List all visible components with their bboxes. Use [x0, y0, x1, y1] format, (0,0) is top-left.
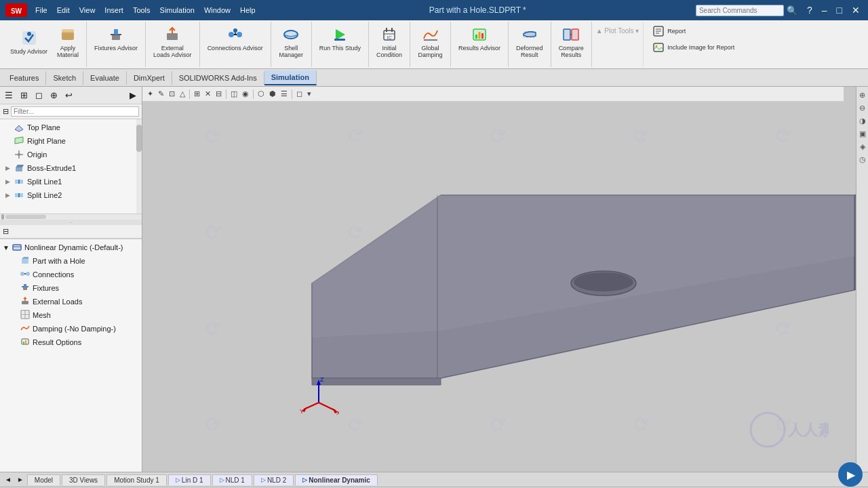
fixtures-advisor-btn[interactable]: Fixtures Advisor: [91, 23, 141, 54]
vp-box-btn[interactable]: ⊡: [167, 89, 177, 99]
rp-btn-1[interactable]: ⊕: [857, 89, 868, 100]
panel-btn-4[interactable]: ⊕: [46, 88, 61, 103]
initial-condition-btn[interactable]: IC InitialCondition: [373, 23, 406, 61]
rp-btn-4[interactable]: ▣: [857, 128, 868, 139]
rp-btn-2[interactable]: ⊖: [857, 102, 868, 113]
compare-results-btn[interactable]: CompareResults: [555, 23, 587, 61]
vp-minus-btn[interactable]: ⊟: [214, 89, 224, 99]
svg-marker-16: [336, 29, 345, 40]
vp-sketch-btn[interactable]: ✎: [156, 89, 166, 99]
tab-simulation[interactable]: Simulation: [264, 70, 317, 85]
plot-tools-label[interactable]: ▲ Plot Tools ▾: [596, 23, 639, 35]
menu-insert[interactable]: Insert: [100, 5, 127, 16]
tree-split-line2[interactable]: ▶ Split Line2: [0, 188, 142, 202]
sim-connections[interactable]: Connections: [0, 268, 142, 281]
external-btn[interactable]: ExternalLoads Advisor: [150, 23, 195, 61]
tree-boss-extrude1[interactable]: ▶ Boss-Extrude1: [0, 161, 142, 175]
tree-top-plane[interactable]: Top Plane: [0, 121, 142, 134]
panel-btn-2[interactable]: ⊞: [16, 88, 31, 103]
study-advisor-btn[interactable]: Study Advisor: [7, 26, 51, 58]
sim-result-options[interactable]: Result Options: [0, 336, 142, 349]
close-btn[interactable]: ✕: [848, 3, 864, 17]
panel-divider[interactable]: ···: [0, 220, 142, 225]
maximize-btn[interactable]: □: [833, 3, 846, 17]
shell-manager-btn[interactable]: ShellManager: [275, 23, 307, 61]
sim-root[interactable]: ▼ Nonlinear Dynamic (-Default-): [0, 241, 142, 254]
report-btn[interactable]: Report: [649, 23, 689, 39]
svg-point-10: [237, 32, 242, 37]
lin-d1-tab[interactable]: ▷ Lin D 1: [168, 474, 211, 485]
vp-hex1-btn[interactable]: ⬡: [256, 89, 267, 99]
tab-addins[interactable]: SOLIDWORKS Add-Ins: [172, 71, 264, 85]
results-advisor-btn[interactable]: Results Advisor: [455, 23, 504, 54]
menu-edit[interactable]: Edit: [53, 5, 74, 16]
connections-advisor-btn[interactable]: Connections Advisor: [204, 23, 267, 54]
vp-tri-btn[interactable]: △: [178, 89, 187, 99]
vp-circle-btn[interactable]: ◉: [240, 89, 251, 99]
menu-tools[interactable]: Tools: [129, 5, 155, 16]
panel-btn-3[interactable]: ◻: [31, 88, 46, 103]
filter-input[interactable]: [11, 106, 139, 117]
menu-file[interactable]: File: [31, 5, 52, 16]
menu-simulation[interactable]: Simulation: [156, 5, 199, 16]
h-scroll-bar[interactable]: [5, 215, 46, 219]
apply-material-btn[interactable]: ApplyMaterial: [54, 23, 82, 61]
sim-mesh[interactable]: Mesh: [0, 308, 142, 322]
tab-features[interactable]: Features: [3, 71, 46, 85]
vp-sep1: [189, 89, 190, 99]
svg-rect-27: [481, 33, 484, 39]
include-image-btn[interactable]: Include Image for Report: [649, 39, 738, 56]
search-input[interactable]: [696, 5, 784, 16]
tab-arrow-right[interactable]: ►: [15, 474, 26, 485]
damping-label: Damping (-No Damping-): [33, 325, 116, 333]
run-study-btn[interactable]: Run This Study: [316, 23, 364, 54]
3d-views-tab[interactable]: 3D Views: [62, 474, 105, 485]
vp-menu-btn[interactable]: ☰: [279, 89, 290, 99]
rp-btn-3[interactable]: ◑: [857, 115, 868, 126]
tree-right-plane[interactable]: Right Plane: [0, 134, 142, 148]
menu-help[interactable]: Help: [236, 5, 260, 16]
tab-arrow-left[interactable]: ◄: [3, 474, 14, 485]
nld2-tab[interactable]: ▷ NLD 2: [254, 474, 294, 485]
sim-part[interactable]: Part with a Hole: [0, 254, 142, 268]
vp-split-btn[interactable]: ◫: [229, 89, 239, 99]
tree-origin[interactable]: Origin: [0, 148, 142, 161]
minimize-btn[interactable]: –: [818, 3, 831, 17]
svg-rect-48: [22, 259, 28, 264]
help-btn[interactable]: ?: [803, 3, 816, 17]
tree-scrollbar[interactable]: [136, 119, 142, 214]
vp-rect-btn[interactable]: ◻: [294, 89, 304, 99]
vp-close-btn[interactable]: ✕: [203, 89, 213, 99]
vp-grid-btn[interactable]: ⊞: [192, 89, 202, 99]
tab-evaluate[interactable]: Evaluate: [83, 71, 127, 85]
rp-btn-5[interactable]: ◈: [857, 141, 868, 152]
viewport[interactable]: ⟳ ⟳ ⟳ ⟳ ⟳ ⟳ ⟳ ⟳ ⟳ ⟳ ⟳ ⟳ ⟳ ⟳ ⟳ ⟳ ⟳ ⟳ ⟳ ⟳ …: [142, 87, 856, 472]
search-icon[interactable]: 🔍: [787, 5, 797, 16]
tab-dimxpert[interactable]: DimXpert: [127, 71, 172, 85]
rp-btn-6[interactable]: ◷: [857, 154, 868, 165]
vp-hex2-btn[interactable]: ⬢: [267, 89, 278, 99]
panel-btn-1[interactable]: ☰: [1, 88, 16, 103]
menu-view[interactable]: View: [75, 5, 100, 16]
tree-scrollbar-thumb[interactable]: [136, 125, 142, 152]
motion-study-tab[interactable]: Motion Study 1: [106, 474, 167, 485]
deformed-result-btn[interactable]: DeformedResult: [513, 23, 547, 61]
panel-btn-5[interactable]: ↩: [61, 88, 76, 103]
h-scrollbar[interactable]: [0, 214, 142, 220]
nonlinear-dynamic-tab[interactable]: ▷ Nonlinear Dynamic: [295, 474, 378, 485]
play-btn[interactable]: ▶: [838, 462, 863, 487]
panel-expand-btn[interactable]: ▶: [125, 88, 140, 103]
vp-chevron-btn[interactable]: ▾: [305, 89, 313, 99]
vp-select-btn[interactable]: ✦: [145, 89, 155, 99]
nld1-tab[interactable]: ▷ NLD 1: [212, 474, 252, 485]
model-tab[interactable]: Model: [27, 474, 60, 485]
sim-damping[interactable]: Damping (-No Damping-): [0, 322, 142, 336]
tree-split-line1[interactable]: ▶ Split Line1: [0, 175, 142, 188]
menu-window[interactable]: Window: [200, 5, 235, 16]
svg-rect-25: [475, 35, 477, 39]
global-damping-btn[interactable]: GlobalDamping: [415, 23, 446, 61]
sim-external-loads[interactable]: External Loads: [0, 295, 142, 308]
fixtures-label: Fixtures: [33, 284, 59, 292]
sim-fixtures[interactable]: Fixtures: [0, 281, 142, 295]
tab-sketch[interactable]: Sketch: [46, 71, 83, 85]
